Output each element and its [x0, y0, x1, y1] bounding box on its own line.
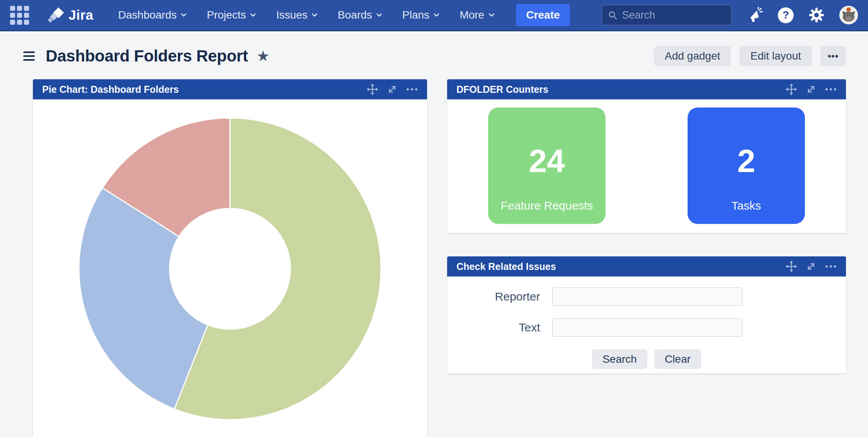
chevron-down-icon	[312, 13, 317, 17]
counter-label: Feature Requests	[488, 199, 606, 212]
page-header: Dashboard Folders Report ★ Add gadget Ed…	[0, 31, 868, 78]
chevron-down-icon	[434, 13, 439, 17]
navbar-right: ?	[747, 6, 858, 24]
chevron-down-icon	[181, 13, 187, 17]
jira-logo-icon	[47, 6, 65, 24]
check-related-issues-gadget: Check Related Issues	[447, 256, 846, 374]
search-button[interactable]: Search	[592, 349, 647, 369]
announcements-button[interactable]	[747, 7, 763, 23]
menu-dashboards[interactable]: Dashboards	[118, 9, 187, 21]
avatar	[839, 6, 858, 24]
ellipsis-icon	[825, 265, 837, 268]
expand-gadget-button[interactable]	[806, 261, 817, 272]
form-row-reporter: Reporter	[447, 287, 846, 306]
donut-chart	[77, 116, 383, 422]
app-switcher-icon[interactable]	[10, 6, 29, 25]
gadget-menu-button[interactable]	[825, 265, 837, 268]
gadget-header: Pie Chart: Dashboard Folders	[33, 79, 427, 99]
expand-gadget-button[interactable]	[387, 84, 398, 95]
gadget-header: Check Related Issues	[447, 256, 846, 277]
related-issues-form: Reporter Text Search Clear	[447, 277, 846, 374]
chevron-down-icon	[489, 13, 494, 17]
search-input[interactable]	[622, 9, 726, 21]
chevron-down-icon	[376, 13, 382, 17]
menu-issues[interactable]: Issues	[276, 9, 317, 21]
gadget-controls	[367, 84, 418, 95]
text-label: Text	[447, 321, 540, 334]
help-icon: ?	[778, 7, 794, 23]
move-icon	[367, 84, 378, 95]
gadget-header: DFOLDER Counters	[447, 79, 846, 99]
counter-tile-feature-requests[interactable]: 24 Feature Requests	[488, 108, 606, 224]
gadget-title: Check Related Issues	[456, 261, 556, 272]
reporter-label: Reporter	[447, 290, 540, 303]
expand-icon	[806, 84, 817, 95]
page-title: Dashboard Folders Report	[46, 47, 248, 65]
header-actions: Add gadget Edit layout •••	[654, 46, 846, 66]
jira-logo[interactable]: Jira	[47, 6, 93, 24]
more-options-button[interactable]: •••	[820, 46, 846, 66]
counter-tile-tasks[interactable]: 2 Tasks	[688, 108, 805, 224]
search-icon	[608, 10, 618, 20]
create-button[interactable]: Create	[516, 4, 570, 26]
pie-chart-body	[33, 99, 427, 422]
pie-chart-gadget: Pie Chart: Dashboard Folders	[33, 79, 427, 437]
gadget-menu-button[interactable]	[406, 87, 418, 91]
counter-value: 24	[529, 142, 565, 180]
menu-boards[interactable]: Boards	[338, 9, 382, 21]
move-icon	[786, 84, 797, 95]
move-icon	[786, 261, 797, 272]
expand-gadget-button[interactable]	[806, 84, 817, 95]
counters-body: 24 Feature Requests 2 Tasks	[447, 99, 846, 233]
gadget-title: Pie Chart: Dashboard Folders	[42, 84, 179, 95]
move-gadget-handle[interactable]	[367, 84, 378, 95]
counters-gadget: DFOLDER Counters	[447, 79, 846, 233]
ellipsis-icon	[825, 87, 837, 91]
gadget-title: DFOLDER Counters	[456, 84, 549, 95]
move-gadget-handle[interactable]	[786, 261, 797, 272]
reporter-input[interactable]	[552, 287, 743, 306]
menu-more[interactable]: More	[460, 9, 494, 21]
settings-button[interactable]	[808, 7, 825, 23]
form-buttons: Search Clear	[447, 349, 846, 369]
edit-layout-button[interactable]: Edit layout	[739, 46, 812, 66]
counter-label: Tasks	[688, 199, 805, 212]
gadget-menu-button[interactable]	[825, 87, 837, 91]
dashboard-content: Pie Chart: Dashboard Folders	[0, 78, 868, 437]
top-navbar: Jira Dashboards Projects Issues Boards P…	[0, 0, 868, 31]
main-menu: Dashboards Projects Issues Boards Plans …	[118, 9, 494, 21]
logo-text: Jira	[69, 7, 93, 23]
gadget-controls	[786, 261, 837, 272]
favorite-star-icon[interactable]: ★	[257, 49, 270, 63]
ellipsis-icon	[406, 87, 418, 91]
profile-button[interactable]	[839, 6, 858, 24]
menu-projects[interactable]: Projects	[207, 9, 256, 21]
clear-button[interactable]: Clear	[654, 349, 701, 369]
chevron-down-icon	[250, 13, 256, 17]
dashboard-menu-icon[interactable]	[23, 51, 35, 61]
expand-icon	[387, 84, 398, 95]
megaphone-icon	[747, 7, 763, 23]
form-row-text: Text	[447, 318, 846, 337]
help-button[interactable]: ?	[778, 7, 794, 23]
right-column: DFOLDER Counters	[447, 79, 846, 374]
move-gadget-handle[interactable]	[786, 84, 797, 95]
expand-icon	[806, 261, 817, 272]
add-gadget-button[interactable]: Add gadget	[654, 46, 731, 66]
global-search[interactable]	[602, 5, 732, 26]
counter-value: 2	[737, 142, 755, 180]
text-input[interactable]	[552, 318, 743, 337]
gear-icon	[808, 7, 825, 23]
gadget-controls	[786, 84, 837, 95]
menu-plans[interactable]: Plans	[402, 9, 439, 21]
